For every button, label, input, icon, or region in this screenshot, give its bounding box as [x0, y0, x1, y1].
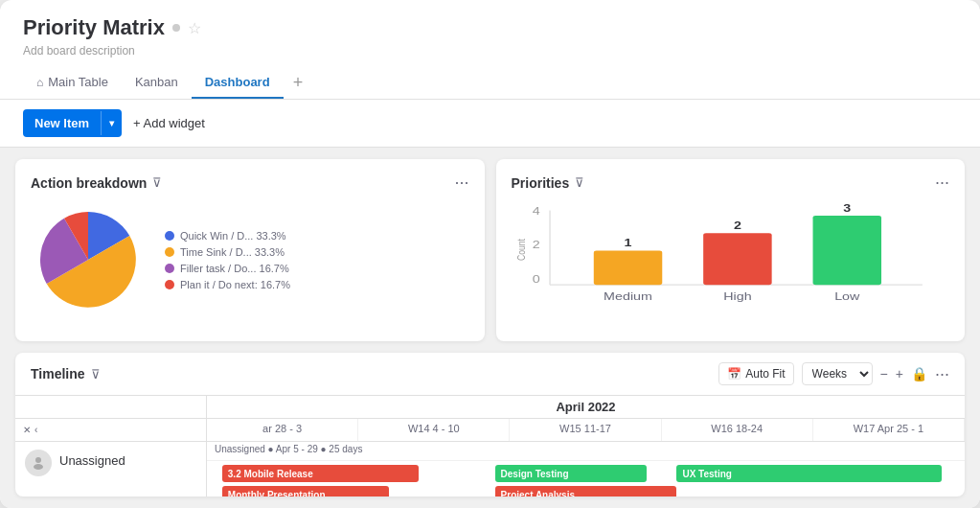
tab-dashboard[interactable]: Dashboard — [192, 67, 284, 99]
add-widget-button[interactable]: + Add widget — [133, 116, 205, 130]
favorite-icon[interactable]: ☆ — [188, 19, 201, 37]
header-top: Priority Matrix ☆ — [23, 15, 957, 40]
top-label-row: ✕ ‹ — [15, 419, 206, 442]
assignee-row: Unassigned — [15, 442, 206, 484]
timeline-body: April 2022 ✕ ‹ — [15, 396, 965, 496]
timeline-month-row: April 2022 — [15, 396, 965, 419]
svg-rect-8 — [703, 233, 771, 285]
svg-text:1: 1 — [624, 238, 631, 249]
bar-chart-svg: 4 2 0 1 Medium 2 High — [512, 202, 950, 336]
timeline-bar-1: Design Testing — [495, 465, 647, 482]
legend-dot-3 — [165, 280, 174, 289]
zoom-in-icon[interactable]: + — [896, 366, 903, 381]
page-title: Priority Matrix — [23, 15, 165, 40]
timeline-right-area: ar 28 - 3 W14 4 - 10 W15 11-17 W16 18-24… — [207, 419, 965, 496]
add-widget-label: + Add widget — [133, 116, 205, 130]
pie-legend: Quick Win / D... 33.3% Time Sink / D... … — [165, 230, 290, 290]
legend-label-3: Plan it / Do next: 16.7% — [180, 279, 290, 290]
priorities-title-row: Priorities ⊽ — [512, 175, 585, 191]
assignee-name: Unassigned — [59, 450, 125, 468]
week-headers: ar 28 - 3 W14 4 - 10 W15 11-17 W16 18-24… — [207, 419, 965, 442]
legend-label-0: Quick Win / D... 33.3% — [180, 230, 286, 242]
weeks-select[interactable]: Weeks Days Months — [802, 362, 873, 385]
priorities-filter-icon[interactable]: ⊽ — [575, 175, 584, 190]
action-breakdown-header: Action breakdown ⊽ ··· — [31, 173, 469, 193]
app-container: Priority Matrix ☆ Add board description … — [0, 0, 980, 508]
timeline-bar-2: UX Testing — [676, 465, 942, 482]
legend-dot-0 — [165, 231, 174, 241]
week-col-2: W15 11-17 — [510, 419, 661, 441]
timeline-widget: Timeline ⊽ 📅 Auto Fit Weeks Days Months … — [15, 353, 965, 496]
legend-label-2: Filler task / Do... 16.7% — [180, 263, 289, 274]
priorities-more-icon[interactable]: ··· — [935, 173, 949, 193]
board-description[interactable]: Add board description — [23, 44, 957, 58]
bar-chart-area: 4 2 0 1 Medium 2 High — [512, 202, 950, 336]
status-dot — [172, 24, 180, 32]
new-item-label: New Item — [23, 109, 101, 137]
week-col-1: W14 4 - 10 — [358, 419, 510, 441]
svg-text:Low: Low — [834, 291, 860, 303]
assignee-column: ✕ ‹ Unassigned — [15, 419, 207, 496]
add-tab-button[interactable]: + — [284, 69, 313, 97]
left-col-top — [15, 396, 207, 418]
week-col-3: W16 18-24 — [662, 419, 813, 441]
tab-main-table[interactable]: ⌂ Main Table — [23, 67, 122, 99]
zoom-out-icon[interactable]: − — [880, 366, 888, 381]
tab-kanban[interactable]: Kanban — [122, 67, 192, 99]
timeline-header: Timeline ⊽ 📅 Auto Fit Weeks Days Months … — [15, 353, 965, 396]
timeline-bar-3: Monthly Presentation — [222, 486, 389, 496]
timeline-more-icon[interactable]: ··· — [935, 364, 949, 384]
toolbar: New Item ▾ + Add widget — [0, 100, 980, 148]
lock-icon[interactable]: 🔒 — [911, 366, 927, 381]
svg-rect-11 — [812, 216, 880, 285]
calendar-icon: 📅 — [727, 367, 741, 381]
svg-text:2: 2 — [733, 220, 741, 232]
legend-item-0: Quick Win / D... 33.3% — [165, 230, 290, 242]
auto-fit-button[interactable]: 📅 Auto Fit — [718, 362, 793, 385]
legend-dot-2 — [165, 264, 174, 273]
action-breakdown-widget: Action breakdown ⊽ ··· — [15, 159, 485, 341]
svg-text:Count: Count — [515, 239, 527, 261]
action-breakdown-title-row: Action breakdown ⊽ — [31, 175, 162, 191]
top-widgets-row: Action breakdown ⊽ ··· — [15, 159, 965, 341]
timeline-title-row: Timeline ⊽ — [31, 366, 101, 381]
timeline-top-label: Unassigned ● Apr 5 - 29 ● 25 days — [207, 442, 965, 461]
nav-left-icon[interactable]: ‹ — [34, 425, 37, 435]
timeline-bar-0: 3.2 Mobile Release — [222, 465, 420, 482]
content-area: Action breakdown ⊽ ··· — [0, 148, 980, 508]
svg-text:Medium: Medium — [604, 291, 652, 303]
svg-text:0: 0 — [532, 274, 539, 286]
priorities-title: Priorities — [512, 175, 570, 191]
more-options-icon[interactable]: ··· — [454, 173, 468, 193]
svg-text:High: High — [723, 291, 751, 303]
svg-text:4: 4 — [532, 206, 539, 218]
timeline-title: Timeline — [31, 366, 85, 381]
assignee-avatar — [25, 450, 52, 476]
filter-icon[interactable]: ⊽ — [152, 175, 162, 190]
timeline-grid: ✕ ‹ Unassigned — [15, 419, 965, 496]
legend-item-3: Plan it / Do next: 16.7% — [165, 279, 290, 290]
home-icon: ⌂ — [36, 76, 43, 89]
pie-section: Quick Win / D... 33.3% Time Sink / D... … — [31, 202, 469, 317]
timeline-controls: 📅 Auto Fit Weeks Days Months − + 🔒 ··· — [718, 362, 949, 385]
auto-fit-label: Auto Fit — [745, 367, 785, 381]
svg-rect-5 — [593, 251, 661, 286]
legend-item-1: Time Sink / D... 33.3% — [165, 246, 290, 258]
timeline-month-label: April 2022 — [207, 396, 965, 418]
timeline-bar-4: Project Analysis — [495, 486, 677, 496]
pie-chart — [31, 202, 146, 317]
new-item-caret[interactable]: ▾ — [101, 111, 122, 135]
timeline-filter-icon[interactable]: ⊽ — [91, 367, 101, 381]
tab-bar: ⌂ Main Table Kanban Dashboard + — [23, 67, 957, 99]
priorities-header: Priorities ⊽ ··· — [512, 173, 950, 193]
collapse-icon[interactable]: ✕ — [23, 425, 31, 435]
priorities-widget: Priorities ⊽ ··· 4 2 0 — [496, 159, 966, 341]
new-item-button[interactable]: New Item ▾ — [23, 109, 122, 137]
svg-text:2: 2 — [532, 240, 539, 251]
svg-point-15 — [35, 457, 41, 463]
timeline-bars-area: 3.2 Mobile Release Design Testing UX Tes… — [207, 461, 965, 496]
legend-item-2: Filler task / Do... 16.7% — [165, 263, 290, 274]
week-col-0: ar 28 - 3 — [207, 419, 358, 441]
action-breakdown-title: Action breakdown — [31, 175, 147, 191]
svg-point-16 — [34, 464, 43, 470]
